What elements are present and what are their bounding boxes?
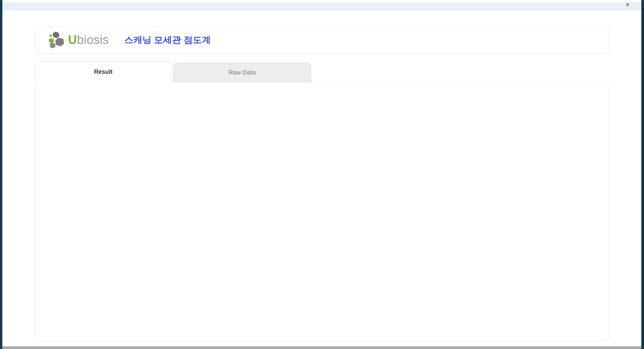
- header-card: Ubiosis 스캐닝 모세관 점도계: [35, 26, 609, 54]
- logo-text-biosis: biosis: [77, 33, 109, 47]
- tab-result[interactable]: Result: [35, 61, 172, 83]
- close-icon[interactable]: ×: [624, 1, 631, 8]
- hexagon-logo-icon: [49, 31, 66, 49]
- page-title: 스캐닝 모세관 점도계: [124, 34, 211, 46]
- window-titlebar: [2, 2, 641, 11]
- tab-raw-data[interactable]: Raw Data: [173, 62, 311, 83]
- logo-letter-u: U: [68, 33, 77, 47]
- logo-text: Ubiosis: [68, 33, 109, 47]
- app-window: × Ubiosis 스캐닝 모세관 점도계 Result Raw Data: [0, 0, 644, 349]
- window-bottom-edge: [2, 346, 641, 349]
- window-left-edge: [0, 0, 2, 349]
- ubiosis-logo: Ubiosis: [49, 31, 109, 49]
- result-panel: [35, 82, 609, 341]
- window-right-edge: [641, 0, 644, 349]
